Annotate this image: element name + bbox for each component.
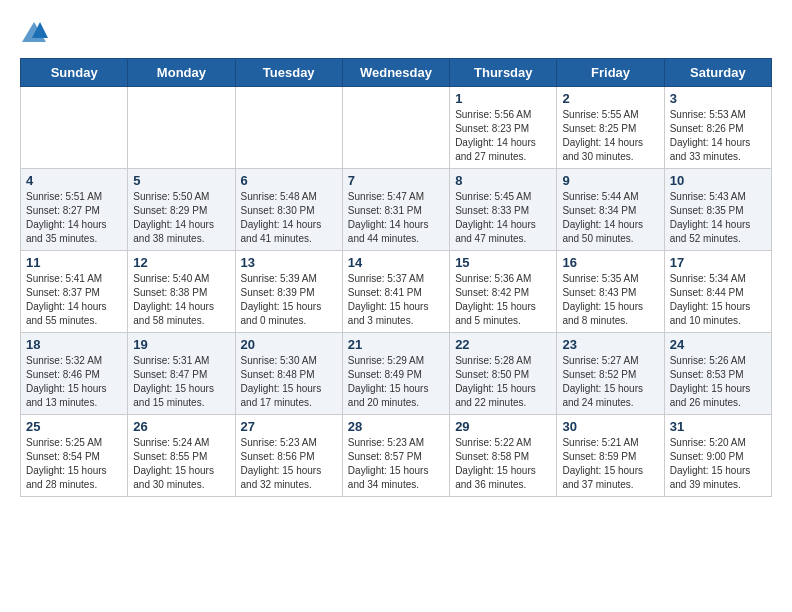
day-of-week-header: Friday [557, 59, 664, 87]
calendar-day-cell: 19Sunrise: 5:31 AM Sunset: 8:47 PM Dayli… [128, 333, 235, 415]
calendar-day-cell [128, 87, 235, 169]
day-info: Sunrise: 5:50 AM Sunset: 8:29 PM Dayligh… [133, 190, 229, 246]
day-number: 16 [562, 255, 658, 270]
day-info: Sunrise: 5:29 AM Sunset: 8:49 PM Dayligh… [348, 354, 444, 410]
calendar-day-cell: 12Sunrise: 5:40 AM Sunset: 8:38 PM Dayli… [128, 251, 235, 333]
day-number: 20 [241, 337, 337, 352]
header [20, 20, 772, 48]
day-of-week-header: Saturday [664, 59, 771, 87]
calendar-day-cell: 3Sunrise: 5:53 AM Sunset: 8:26 PM Daylig… [664, 87, 771, 169]
day-number: 13 [241, 255, 337, 270]
day-number: 24 [670, 337, 766, 352]
day-number: 12 [133, 255, 229, 270]
day-number: 8 [455, 173, 551, 188]
day-info: Sunrise: 5:22 AM Sunset: 8:58 PM Dayligh… [455, 436, 551, 492]
day-number: 11 [26, 255, 122, 270]
logo-icon [20, 20, 48, 48]
day-info: Sunrise: 5:56 AM Sunset: 8:23 PM Dayligh… [455, 108, 551, 164]
day-number: 31 [670, 419, 766, 434]
day-info: Sunrise: 5:31 AM Sunset: 8:47 PM Dayligh… [133, 354, 229, 410]
day-info: Sunrise: 5:34 AM Sunset: 8:44 PM Dayligh… [670, 272, 766, 328]
calendar-day-cell: 9Sunrise: 5:44 AM Sunset: 8:34 PM Daylig… [557, 169, 664, 251]
day-number: 14 [348, 255, 444, 270]
day-number: 5 [133, 173, 229, 188]
logo [20, 20, 52, 48]
day-number: 29 [455, 419, 551, 434]
calendar-week-row: 4Sunrise: 5:51 AM Sunset: 8:27 PM Daylig… [21, 169, 772, 251]
calendar-day-cell [21, 87, 128, 169]
calendar-table: SundayMondayTuesdayWednesdayThursdayFrid… [20, 58, 772, 497]
calendar-day-cell: 7Sunrise: 5:47 AM Sunset: 8:31 PM Daylig… [342, 169, 449, 251]
day-of-week-header: Monday [128, 59, 235, 87]
calendar-day-cell: 23Sunrise: 5:27 AM Sunset: 8:52 PM Dayli… [557, 333, 664, 415]
day-info: Sunrise: 5:48 AM Sunset: 8:30 PM Dayligh… [241, 190, 337, 246]
day-number: 17 [670, 255, 766, 270]
day-info: Sunrise: 5:23 AM Sunset: 8:56 PM Dayligh… [241, 436, 337, 492]
calendar-day-cell: 13Sunrise: 5:39 AM Sunset: 8:39 PM Dayli… [235, 251, 342, 333]
calendar-day-cell: 6Sunrise: 5:48 AM Sunset: 8:30 PM Daylig… [235, 169, 342, 251]
calendar-day-cell: 8Sunrise: 5:45 AM Sunset: 8:33 PM Daylig… [450, 169, 557, 251]
day-info: Sunrise: 5:24 AM Sunset: 8:55 PM Dayligh… [133, 436, 229, 492]
day-info: Sunrise: 5:43 AM Sunset: 8:35 PM Dayligh… [670, 190, 766, 246]
day-info: Sunrise: 5:28 AM Sunset: 8:50 PM Dayligh… [455, 354, 551, 410]
day-number: 25 [26, 419, 122, 434]
calendar-day-cell [235, 87, 342, 169]
day-info: Sunrise: 5:20 AM Sunset: 9:00 PM Dayligh… [670, 436, 766, 492]
calendar-day-cell: 16Sunrise: 5:35 AM Sunset: 8:43 PM Dayli… [557, 251, 664, 333]
calendar-day-cell: 27Sunrise: 5:23 AM Sunset: 8:56 PM Dayli… [235, 415, 342, 497]
day-number: 19 [133, 337, 229, 352]
day-info: Sunrise: 5:45 AM Sunset: 8:33 PM Dayligh… [455, 190, 551, 246]
day-info: Sunrise: 5:37 AM Sunset: 8:41 PM Dayligh… [348, 272, 444, 328]
day-info: Sunrise: 5:40 AM Sunset: 8:38 PM Dayligh… [133, 272, 229, 328]
day-number: 23 [562, 337, 658, 352]
day-number: 4 [26, 173, 122, 188]
calendar-day-cell: 22Sunrise: 5:28 AM Sunset: 8:50 PM Dayli… [450, 333, 557, 415]
day-info: Sunrise: 5:26 AM Sunset: 8:53 PM Dayligh… [670, 354, 766, 410]
calendar-day-cell: 15Sunrise: 5:36 AM Sunset: 8:42 PM Dayli… [450, 251, 557, 333]
calendar-day-cell: 28Sunrise: 5:23 AM Sunset: 8:57 PM Dayli… [342, 415, 449, 497]
day-number: 26 [133, 419, 229, 434]
calendar-day-cell [342, 87, 449, 169]
day-info: Sunrise: 5:25 AM Sunset: 8:54 PM Dayligh… [26, 436, 122, 492]
calendar-day-cell: 11Sunrise: 5:41 AM Sunset: 8:37 PM Dayli… [21, 251, 128, 333]
day-info: Sunrise: 5:41 AM Sunset: 8:37 PM Dayligh… [26, 272, 122, 328]
day-of-week-header: Sunday [21, 59, 128, 87]
day-info: Sunrise: 5:51 AM Sunset: 8:27 PM Dayligh… [26, 190, 122, 246]
calendar-day-cell: 26Sunrise: 5:24 AM Sunset: 8:55 PM Dayli… [128, 415, 235, 497]
day-info: Sunrise: 5:39 AM Sunset: 8:39 PM Dayligh… [241, 272, 337, 328]
calendar-day-cell: 4Sunrise: 5:51 AM Sunset: 8:27 PM Daylig… [21, 169, 128, 251]
calendar-day-cell: 17Sunrise: 5:34 AM Sunset: 8:44 PM Dayli… [664, 251, 771, 333]
calendar-day-cell: 31Sunrise: 5:20 AM Sunset: 9:00 PM Dayli… [664, 415, 771, 497]
calendar-day-cell: 24Sunrise: 5:26 AM Sunset: 8:53 PM Dayli… [664, 333, 771, 415]
calendar-header-row: SundayMondayTuesdayWednesdayThursdayFrid… [21, 59, 772, 87]
day-number: 3 [670, 91, 766, 106]
day-info: Sunrise: 5:21 AM Sunset: 8:59 PM Dayligh… [562, 436, 658, 492]
calendar-day-cell: 5Sunrise: 5:50 AM Sunset: 8:29 PM Daylig… [128, 169, 235, 251]
calendar-day-cell: 2Sunrise: 5:55 AM Sunset: 8:25 PM Daylig… [557, 87, 664, 169]
calendar-day-cell: 20Sunrise: 5:30 AM Sunset: 8:48 PM Dayli… [235, 333, 342, 415]
day-info: Sunrise: 5:27 AM Sunset: 8:52 PM Dayligh… [562, 354, 658, 410]
calendar-day-cell: 30Sunrise: 5:21 AM Sunset: 8:59 PM Dayli… [557, 415, 664, 497]
calendar-day-cell: 14Sunrise: 5:37 AM Sunset: 8:41 PM Dayli… [342, 251, 449, 333]
calendar-week-row: 25Sunrise: 5:25 AM Sunset: 8:54 PM Dayli… [21, 415, 772, 497]
day-number: 28 [348, 419, 444, 434]
day-number: 15 [455, 255, 551, 270]
day-info: Sunrise: 5:44 AM Sunset: 8:34 PM Dayligh… [562, 190, 658, 246]
day-number: 6 [241, 173, 337, 188]
day-number: 9 [562, 173, 658, 188]
day-info: Sunrise: 5:32 AM Sunset: 8:46 PM Dayligh… [26, 354, 122, 410]
day-number: 18 [26, 337, 122, 352]
calendar-day-cell: 21Sunrise: 5:29 AM Sunset: 8:49 PM Dayli… [342, 333, 449, 415]
calendar-week-row: 18Sunrise: 5:32 AM Sunset: 8:46 PM Dayli… [21, 333, 772, 415]
calendar-week-row: 1Sunrise: 5:56 AM Sunset: 8:23 PM Daylig… [21, 87, 772, 169]
calendar-day-cell: 18Sunrise: 5:32 AM Sunset: 8:46 PM Dayli… [21, 333, 128, 415]
day-info: Sunrise: 5:23 AM Sunset: 8:57 PM Dayligh… [348, 436, 444, 492]
day-number: 21 [348, 337, 444, 352]
day-number: 2 [562, 91, 658, 106]
day-number: 30 [562, 419, 658, 434]
day-number: 10 [670, 173, 766, 188]
calendar-day-cell: 29Sunrise: 5:22 AM Sunset: 8:58 PM Dayli… [450, 415, 557, 497]
day-info: Sunrise: 5:53 AM Sunset: 8:26 PM Dayligh… [670, 108, 766, 164]
day-info: Sunrise: 5:36 AM Sunset: 8:42 PM Dayligh… [455, 272, 551, 328]
day-number: 7 [348, 173, 444, 188]
